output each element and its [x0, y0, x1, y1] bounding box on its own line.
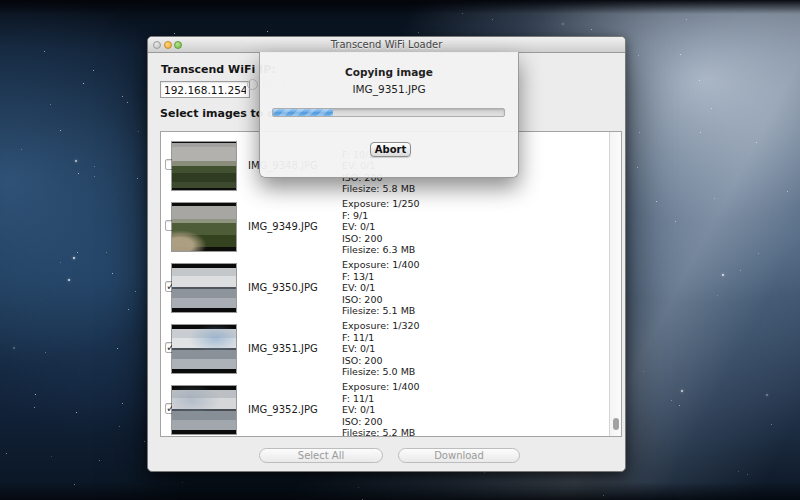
sheet-filename: IMG_9351.JPG — [260, 83, 518, 95]
window-title: Transcend WiFi Loader — [148, 38, 625, 52]
image-exif: Exposure: 1/320F: 11/1EV: 0/1ISO: 200Fil… — [342, 320, 420, 378]
image-exif: Exposure: 1/250F: 9/1EV: 0/1ISO: 200File… — [342, 198, 420, 256]
image-row[interactable]: IMG_9349.JPGExposure: 1/250F: 9/1EV: 0/1… — [161, 196, 609, 257]
ip-input[interactable] — [160, 81, 250, 98]
scrollbar-track[interactable] — [609, 132, 621, 436]
download-button[interactable]: Download — [398, 448, 520, 463]
image-filename: IMG_9352.JPG — [248, 404, 318, 415]
copying-sheet: Copying image IMG_9351.JPG Abort — [259, 52, 519, 178]
image-row[interactable]: ✓IMG_9351.JPGExposure: 1/320F: 11/1EV: 0… — [161, 318, 609, 379]
app-window: Transcend WiFi Loader Transcend WiFi IP:… — [147, 36, 626, 472]
image-filename: IMG_9350.JPG — [248, 282, 318, 293]
image-thumbnail — [172, 142, 236, 190]
abort-button[interactable]: Abort — [370, 142, 411, 157]
scrollbar-thumb[interactable] — [613, 418, 619, 430]
image-row[interactable]: ✓IMG_9352.JPGExposure: 1/400F: 11/1EV: 0… — [161, 379, 609, 437]
image-thumbnail — [172, 264, 236, 312]
refresh-icon — [247, 79, 258, 90]
progress-bar — [272, 108, 505, 117]
image-filename: IMG_9351.JPG — [248, 343, 318, 354]
image-thumbnail — [172, 203, 236, 251]
image-thumbnail — [172, 386, 236, 434]
window-titlebar[interactable]: Transcend WiFi Loader — [148, 37, 625, 53]
select-all-button[interactable]: Select All — [259, 448, 383, 463]
image-row[interactable]: ✓IMG_9350.JPGExposure: 1/400F: 13/1EV: 0… — [161, 257, 609, 318]
progress-fill — [273, 109, 333, 116]
image-exif: Exposure: 1/400F: 13/1EV: 0/1ISO: 200Fil… — [342, 259, 420, 317]
sheet-title: Copying image — [260, 66, 518, 78]
image-thumbnail — [172, 325, 236, 373]
image-exif: Exposure: 1/400F: 11/1EV: 0/1ISO: 200Fil… — [342, 381, 420, 437]
image-filename: IMG_9349.JPG — [248, 221, 318, 232]
desktop-wallpaper: Transcend WiFi Loader Transcend WiFi IP:… — [0, 0, 800, 500]
